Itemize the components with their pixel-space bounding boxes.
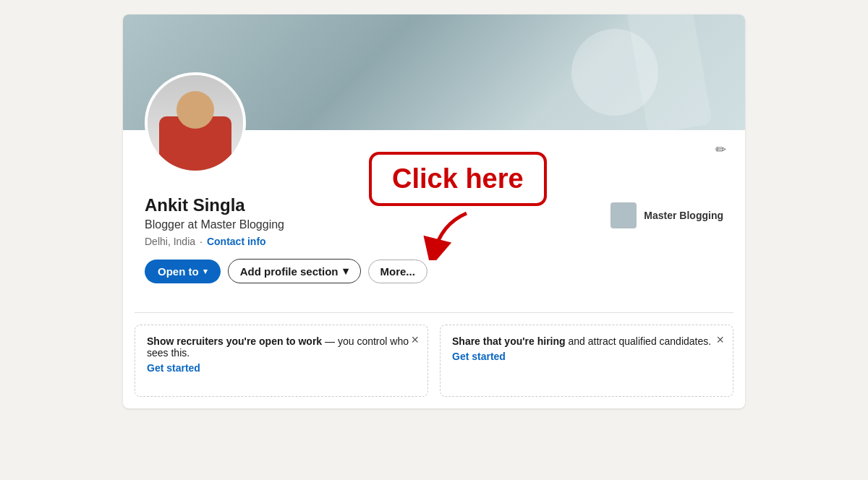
close-icon: ×	[716, 333, 724, 347]
hiring-get-started-link[interactable]: Get started	[452, 351, 506, 362]
hiring-title-rest: and attract qualified candidates.	[568, 335, 711, 347]
hiring-close-button[interactable]: ×	[716, 333, 724, 348]
open-to-button[interactable]: Open to ▾	[145, 260, 221, 283]
open-to-work-card: × Show recruiters you're open to work — …	[135, 325, 428, 397]
company-logo	[610, 202, 637, 228]
open-to-work-title: Show recruiters you're open to work — yo…	[147, 335, 416, 359]
open-to-work-close-button[interactable]: ×	[411, 333, 419, 348]
open-to-label: Open to	[158, 265, 199, 278]
company-row: Master Blogging	[610, 202, 723, 228]
dot-separator: ·	[200, 236, 203, 247]
company-name: Master Blogging	[644, 210, 723, 221]
hiring-title-bold: Share that you're hiring	[452, 335, 566, 347]
chevron-down-icon: ▾	[203, 267, 208, 276]
chevron-down-icon-section: ▾	[343, 265, 349, 278]
profile-info-section: Master Blogging Ankit Singla Blogger at …	[123, 130, 745, 312]
user-location: Delhi, India · Contact info	[145, 236, 723, 247]
add-profile-section-button[interactable]: Add profile section ▾	[228, 259, 361, 283]
hiring-card: × Share that you're hiring and attract q…	[440, 325, 733, 397]
add-profile-section-label: Add profile section	[240, 265, 339, 278]
open-to-work-title-bold: Show recruiters you're open to work	[147, 335, 322, 347]
location-text: Delhi, India	[145, 236, 195, 247]
more-button[interactable]: More...	[368, 260, 427, 283]
info-cards-row: × Show recruiters you're open to work — …	[123, 313, 745, 408]
more-label: More...	[380, 265, 415, 278]
actions-row: Open to ▾ Add profile section ▾ More...	[145, 259, 723, 283]
open-to-work-get-started-link[interactable]: Get started	[147, 362, 200, 374]
contact-info-link[interactable]: Contact info	[207, 236, 266, 247]
close-icon: ×	[411, 333, 419, 347]
hiring-title: Share that you're hiring and attract qua…	[452, 335, 721, 347]
profile-card: ✏ Master Blogging Ankit Singla Blogger a…	[123, 14, 745, 408]
banner-decoration-rect	[626, 14, 712, 130]
